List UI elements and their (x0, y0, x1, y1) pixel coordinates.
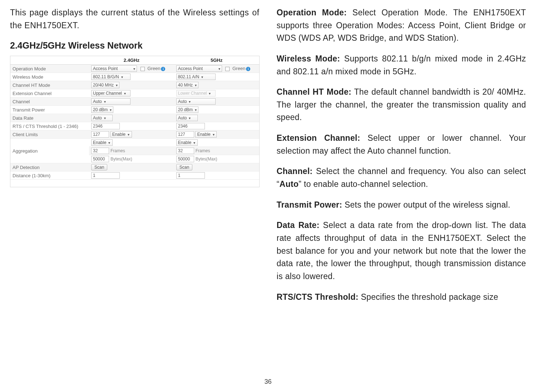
row-client-limits: Client Limits 127 Enable▾ 127 Enable▾ (10, 130, 259, 139)
text-txpower: Sets the power output of the wireless si… (342, 200, 510, 209)
input-distance-5[interactable]: 1 (176, 172, 205, 179)
select-wmode-5[interactable]: 802.11 A/N▾ (176, 74, 216, 80)
chevron-down-icon: ▾ (193, 141, 195, 145)
input-clientlimit-5[interactable]: 127 (176, 131, 194, 138)
label-aggregation: Aggregation (10, 139, 89, 163)
row-ext-channel: Extension Channel Upper Channel▾ Lower C… (10, 89, 259, 98)
table-header-row: 2.4GHz 5GHz (10, 56, 259, 65)
chevron-down-icon: ▾ (104, 116, 106, 120)
select-txpower-24[interactable]: 20 dBm▾ (91, 106, 113, 113)
left-column: This page displays the current status of… (10, 6, 260, 311)
col-24ghz: 2.4GHz (89, 56, 174, 65)
select-channel-24[interactable]: Auto▾ (91, 98, 131, 105)
chevron-down-icon: ▾ (124, 91, 126, 95)
select-ext-5[interactable]: Lower Channel▾ (176, 90, 216, 96)
select-agg-enable-24[interactable]: Enable▾ (91, 139, 113, 146)
chevron-down-icon: ▾ (189, 116, 191, 120)
chevron-down-icon: ▾ (110, 108, 112, 112)
chevron-down-icon: ▾ (209, 91, 211, 95)
select-ht-24[interactable]: 20/40 MHz▾ (91, 82, 119, 88)
row-data-rate: Data Rate Auto▾ Auto▾ (10, 114, 259, 122)
row-ht-mode: Channel HT Mode 20/40 MHz▾ 40 MHz▾ (10, 81, 259, 89)
lead-datarate: Data Rate: (277, 220, 320, 230)
lead-op-mode: Operation Mode: (277, 8, 347, 17)
select-datarate-24[interactable]: Auto▾ (91, 115, 113, 121)
select-clientlimit-enable-24[interactable]: Enable▾ (110, 131, 132, 138)
two-column-layout: This page displays the current status of… (10, 6, 526, 311)
select-opmode-5[interactable]: Access Point▾ (176, 65, 222, 72)
chevron-down-icon: ▾ (116, 83, 118, 87)
select-opmode-24[interactable]: Access Point▾ (91, 65, 137, 72)
label-operation-mode: Operation Mode (10, 65, 89, 73)
label-distance: Distance (1-30km) (10, 172, 89, 180)
input-agg-bytes-5[interactable]: 50000 (176, 156, 194, 162)
info-icon: i (161, 67, 165, 71)
label-tx-power: Transmit Power (10, 106, 89, 114)
text-rts: Specifies the threshold package size (359, 292, 498, 302)
chevron-down-icon: ▾ (189, 100, 191, 104)
row-rts: RTS / CTS Threshold (1 - 2346) 2346 2346 (10, 122, 259, 130)
label-ht-mode: Channel HT Mode (10, 81, 89, 89)
chevron-down-icon: ▾ (104, 100, 106, 104)
text-channel-bold: Auto (279, 179, 299, 189)
para-operation-mode: Operation Mode: Select Operation Mode. T… (277, 6, 526, 45)
para-ext-channel: Extension Channel: Select upper or lower… (277, 132, 526, 157)
row-operation-mode: Operation Mode Access Point▾ Greeni Acce… (10, 65, 259, 73)
checkbox-green-5[interactable] (225, 67, 230, 71)
intro-text: This page displays the current status of… (10, 6, 260, 32)
select-ht-5[interactable]: 40 MHz▾ (176, 82, 198, 88)
label-rts: RTS / CTS Threshold (1 - 2346) (10, 122, 89, 130)
green-label-24: Green (147, 66, 160, 71)
input-agg-frames-24[interactable]: 32 (91, 148, 109, 154)
label-ap-detection: AP Detection (10, 163, 89, 172)
input-clientlimit-24[interactable]: 127 (91, 131, 109, 138)
para-ht-mode: Channel HT Mode: The default channel ban… (277, 86, 526, 124)
section-heading: 2.4GHz/5GHz Wireless Network (10, 40, 260, 51)
unit-bytes-5: Bytes(Max) (196, 157, 217, 162)
checkbox-green-24[interactable] (141, 67, 145, 71)
input-rts-24[interactable]: 2346 (91, 123, 120, 129)
lead-htmode: Channel HT Mode: (277, 87, 351, 96)
label-wireless-mode: Wireless Mode (10, 73, 89, 81)
row-ap-detection: AP Detection Scan Scan (10, 163, 259, 172)
settings-screenshot: 2.4GHz 5GHz Operation Mode Access Point▾… (10, 56, 260, 187)
chevron-down-icon: ▾ (213, 133, 215, 137)
col-blank (10, 56, 89, 65)
chevron-down-icon: ▾ (195, 108, 197, 112)
row-distance: Distance (1-30km) 1 1 (10, 172, 259, 180)
select-txpower-5[interactable]: 20 dBm▾ (176, 106, 198, 113)
select-ext-24[interactable]: Upper Channel▾ (91, 90, 131, 96)
label-client-limits: Client Limits (10, 130, 89, 139)
label-ext-channel: Extension Channel (10, 89, 89, 98)
green-label-5: Green (232, 66, 245, 71)
para-wireless-mode: Wireless Mode: Supports 802.11 b/g/n mix… (277, 53, 526, 78)
select-clientlimit-enable-5[interactable]: Enable▾ (195, 131, 217, 138)
label-data-rate: Data Rate (10, 114, 89, 122)
input-agg-bytes-24[interactable]: 50000 (91, 156, 109, 162)
chevron-down-icon: ▾ (108, 141, 110, 145)
chevron-down-icon: ▾ (195, 83, 197, 87)
unit-frames-24: Frames (110, 148, 125, 153)
row-aggregation-enable: Aggregation Enable▾ Enable▾ (10, 139, 259, 147)
chevron-down-icon: ▾ (201, 75, 203, 79)
chevron-down-icon: ▾ (218, 67, 220, 71)
unit-frames-5: Frames (196, 148, 210, 153)
right-column: Operation Mode: Select Operation Mode. T… (277, 6, 526, 311)
chevron-down-icon: ▾ (121, 75, 123, 79)
label-channel: Channel (10, 98, 89, 106)
page: This page displays the current status of… (0, 0, 536, 392)
settings-table: 2.4GHz 5GHz Operation Mode Access Point▾… (10, 56, 259, 180)
select-agg-enable-5[interactable]: Enable▾ (176, 139, 198, 146)
input-distance-24[interactable]: 1 (91, 172, 120, 179)
col-5ghz: 5GHz (174, 56, 259, 65)
scan-button-5[interactable]: Scan (176, 164, 192, 170)
page-number: 36 (264, 378, 271, 386)
input-agg-frames-5[interactable]: 32 (176, 148, 194, 154)
scan-button-24[interactable]: Scan (91, 164, 107, 170)
para-channel: Channel: Select the channel and frequenc… (277, 165, 526, 190)
select-wmode-24[interactable]: 802.11 B/G/N▾ (91, 74, 131, 80)
select-channel-5[interactable]: Auto▾ (176, 98, 216, 105)
input-rts-5[interactable]: 2346 (176, 123, 205, 129)
select-datarate-5[interactable]: Auto▾ (176, 115, 198, 121)
lead-txpower: Transmit Power: (277, 200, 342, 209)
